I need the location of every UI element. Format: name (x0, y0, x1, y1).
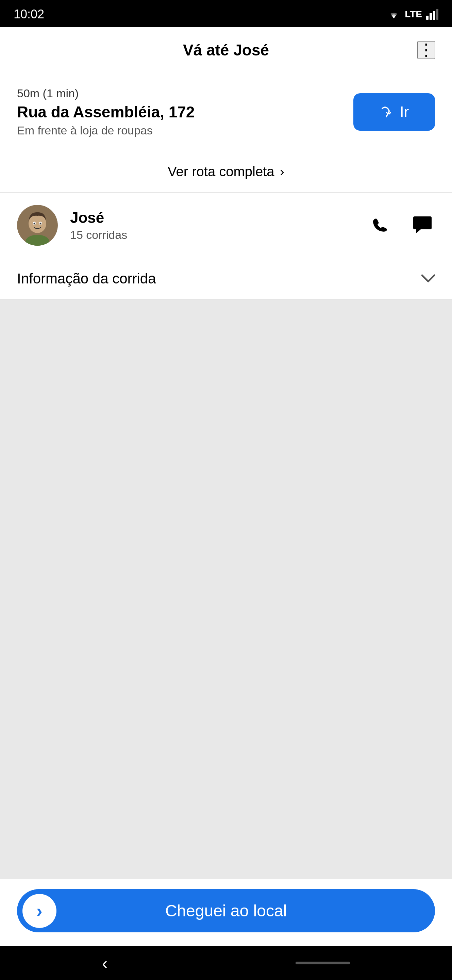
route-landmark: Em frente à loja de roupas (17, 124, 354, 137)
status-bar: 10:02 LTE (0, 0, 452, 27)
phone-icon (372, 216, 389, 234)
wifi-icon (387, 9, 401, 20)
signal-icon (426, 9, 438, 20)
svg-rect-2 (433, 11, 435, 20)
map-area (0, 299, 452, 879)
chat-button[interactable] (410, 213, 435, 238)
view-route-arrow: › (280, 164, 284, 179)
view-route-label: Ver rota completa (168, 164, 274, 179)
route-icon (379, 105, 395, 119)
bottom-nav: ‹ (0, 946, 452, 980)
route-time: 50m (1 min) (17, 87, 354, 100)
svg-rect-0 (426, 16, 428, 20)
rider-info: José 15 corridas (70, 209, 368, 242)
route-info-section: 50m (1 min) Rua da Assembléia, 172 Em fr… (0, 73, 452, 151)
route-details: 50m (1 min) Rua da Assembléia, 172 Em fr… (17, 87, 354, 137)
ride-info-section[interactable]: Informação da corrida (0, 258, 452, 299)
rider-rides: 15 corridas (70, 228, 368, 242)
go-button[interactable]: Ir (354, 93, 435, 130)
cta-arrow-icon: › (36, 901, 42, 921)
lte-label: LTE (405, 9, 422, 20)
chevron-down-icon (421, 270, 435, 287)
status-time: 10:02 (14, 7, 44, 21)
rider-name: José (70, 209, 368, 226)
rider-avatar (17, 205, 58, 246)
view-route-section[interactable]: Ver rota completa › (0, 151, 452, 192)
status-icons: LTE (387, 9, 438, 20)
cta-label: Cheguei ao local (34, 901, 418, 920)
svg-rect-11 (413, 216, 431, 229)
rider-section: José 15 corridas (0, 192, 452, 258)
route-address: Rua da Assembléia, 172 (17, 103, 354, 121)
go-button-label: Ir (400, 103, 409, 121)
home-indicator (295, 962, 350, 964)
menu-button[interactable]: ⋮ (417, 41, 435, 59)
app-container: Vá até José ⋮ 50m (1 min) Rua da Assembl… (0, 27, 452, 946)
app-header: Vá até José ⋮ (0, 27, 452, 73)
call-button[interactable] (368, 213, 393, 238)
back-button[interactable]: ‹ (102, 954, 108, 972)
bottom-cta-section: › Cheguei ao local (0, 879, 452, 946)
rider-actions (368, 213, 435, 238)
ride-info-label: Informação da corrida (17, 270, 156, 287)
cta-arrow-circle: › (22, 894, 57, 928)
svg-point-9 (40, 223, 41, 224)
svg-marker-12 (416, 229, 421, 234)
header-title: Vá até José (183, 41, 269, 59)
arrived-button[interactable]: › Cheguei ao local (17, 889, 435, 932)
svg-rect-1 (430, 13, 432, 20)
svg-point-8 (34, 223, 35, 224)
chat-icon (413, 216, 431, 234)
svg-rect-3 (436, 9, 438, 20)
